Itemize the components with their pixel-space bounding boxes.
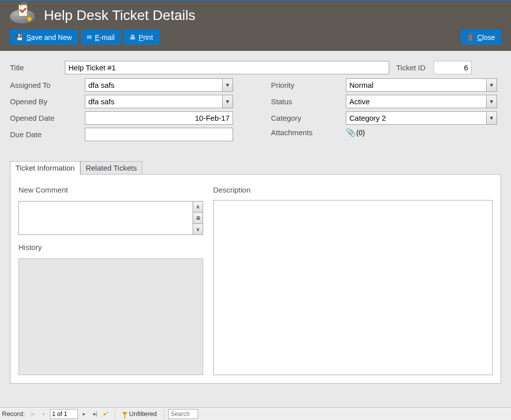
record-position-input[interactable] <box>50 409 78 419</box>
chevron-down-icon[interactable]: ▼ <box>486 111 497 125</box>
scroll-down-icon[interactable]: ∨ <box>193 224 203 234</box>
last-record-icon[interactable]: ▸| <box>91 410 100 419</box>
print-icon: 🖶 <box>130 34 136 41</box>
toolbar: 💾 Save and New ✉ E-mail 🖶 Print 🚪 Close <box>10 30 511 45</box>
chevron-down-icon[interactable]: ▼ <box>486 95 497 108</box>
label-title: Title <box>10 63 65 72</box>
record-nav-bar: Record: |◂ ◂ ▸ ▸| ▸* Unfiltered <box>0 407 511 420</box>
paperclip-icon: 📎 <box>346 128 356 137</box>
new-comment-input[interactable] <box>19 202 193 234</box>
tab-ticket-information[interactable]: Ticket Information <box>10 161 80 175</box>
app-icon <box>10 5 35 25</box>
chevron-down-icon[interactable]: ▼ <box>222 95 233 108</box>
status-combo[interactable] <box>346 95 486 108</box>
header: Help Desk Ticket Details 💾 Save and New … <box>0 1 511 51</box>
label-opened-by: Opened By <box>10 97 85 106</box>
label-new-comment: New Comment <box>18 186 203 194</box>
category-combo[interactable] <box>346 111 486 125</box>
assigned-to-combo[interactable] <box>85 78 222 92</box>
label-description: Description <box>213 186 493 194</box>
filter-button[interactable]: Unfiltered <box>119 410 160 418</box>
chevron-down-icon[interactable]: ▼ <box>486 78 497 92</box>
tab-container: Ticket Information Related Tickets New C… <box>10 174 501 384</box>
save-and-new-button[interactable]: 💾 Save and New <box>10 30 78 45</box>
new-comment-box: ∧ ≡ ∨ <box>18 201 203 235</box>
mail-icon: ✉ <box>87 34 92 41</box>
scroll-up-icon[interactable]: ∧ <box>193 202 203 212</box>
label-assigned-to: Assigned To <box>10 81 85 89</box>
priority-combo[interactable] <box>346 78 486 92</box>
label-due-date: Due Date <box>10 130 85 139</box>
ticket-id-value: 6 <box>434 61 472 74</box>
page-title: Help Desk Ticket Details <box>44 7 195 23</box>
scroll-grip-icon[interactable]: ≡ <box>193 212 203 223</box>
due-date-input[interactable] <box>85 128 233 141</box>
tab-related-tickets[interactable]: Related Tickets <box>80 161 143 175</box>
description-box[interactable] <box>213 200 493 375</box>
attachments-value[interactable]: 📎(0) <box>346 128 365 137</box>
funnel-icon <box>122 412 127 416</box>
record-search-input[interactable] <box>168 409 198 419</box>
chevron-down-icon[interactable]: ▼ <box>222 78 233 92</box>
new-record-icon[interactable]: ▸* <box>102 410 111 419</box>
label-history: History <box>18 243 203 251</box>
comment-scroll: ∧ ≡ ∨ <box>193 202 203 234</box>
record-label: Record: <box>2 410 25 418</box>
history-box <box>18 258 203 375</box>
save-icon: 💾 <box>16 34 23 41</box>
title-input[interactable] <box>65 61 389 74</box>
opened-by-combo[interactable] <box>85 95 222 108</box>
form: Title Ticket ID 6 Assigned To ▼ Opened B… <box>0 51 511 149</box>
door-icon: 🚪 <box>467 34 474 41</box>
label-ticket-id: Ticket ID <box>396 63 434 72</box>
label-category: Category <box>271 114 346 122</box>
label-status: Status <box>271 97 346 106</box>
label-priority: Priority <box>271 81 346 89</box>
close-button[interactable]: 🚪 Close <box>461 30 501 45</box>
opened-date-input[interactable] <box>85 111 233 125</box>
first-record-icon[interactable]: |◂ <box>28 410 37 419</box>
label-opened-date: Opened Date <box>10 114 85 122</box>
next-record-icon[interactable]: ▸ <box>80 410 89 419</box>
print-button[interactable]: 🖶 Print <box>124 30 159 45</box>
prev-record-icon[interactable]: ◂ <box>39 410 48 419</box>
email-button[interactable]: ✉ E-mail <box>81 30 121 45</box>
label-attachments: Attachments <box>271 128 346 137</box>
